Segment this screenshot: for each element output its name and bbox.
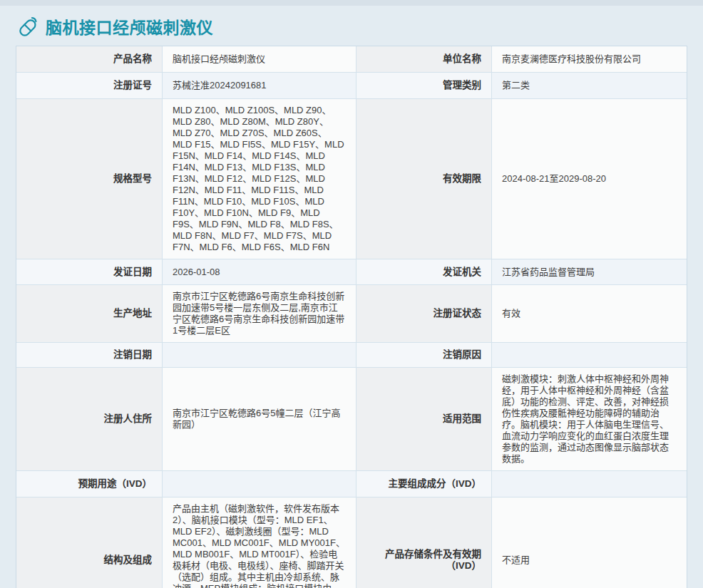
field-value-storage-conditions-ivd: 不适用 (492, 497, 687, 588)
field-value-product-name: 脑机接口经颅磁刺激仪 (163, 46, 356, 72)
field-value-cancellation-reason (492, 343, 687, 367)
pill-icon (17, 16, 39, 38)
table-row: 结构及组成 产品由主机（磁刺激软件，软件发布版本2）、脑机接口模块（型号：MLD… (16, 497, 687, 588)
field-value-production-address: 南京市江宁区乾德路6号南京生命科技创新园加速带5号楼一层东侧及二层,南京市江宁区… (163, 285, 356, 342)
field-value-certificate-status: 有效 (492, 285, 687, 342)
field-value-management-category: 第二类 (492, 73, 687, 98)
field-label-production-address: 生产地址 (16, 285, 163, 342)
table-row: 规格型号 MLD Z100、MLD Z100S、MLD Z90、MLD Z80、… (16, 99, 687, 259)
field-label-issuing-authority: 发证机关 (356, 259, 492, 284)
field-label-scope-of-application: 适用范围 (356, 368, 492, 470)
registration-info-table: 产品名称 脑机接口经颅磁刺激仪 单位名称 南京麦澜德医疗科技股份有限公司 注册证… (16, 46, 687, 588)
field-value-company-name: 南京麦澜德医疗科技股份有限公司 (492, 46, 687, 72)
field-label-cancellation-reason: 注销原因 (356, 343, 492, 367)
field-label-cancellation-date: 注销日期 (16, 343, 163, 367)
field-label-management-category: 管理类别 (356, 73, 492, 98)
field-label-validity-period: 有效期限 (356, 99, 492, 259)
field-value-registrant-address: 南京市江宁区乾德路6号5幢二层（江宁高新园） (163, 368, 356, 470)
field-label-storage-conditions-ivd: 产品存储条件及有效期（IVD） (356, 497, 492, 588)
field-label-structure-composition: 结构及组成 (16, 497, 163, 588)
field-value-scope-of-application: 磁刺激模块：刺激人体中枢神经和外周神经，用于人体中枢神经和外周神经（含盆底）功能… (492, 368, 687, 470)
field-value-issuing-authority: 江苏省药品监督管理局 (492, 259, 687, 284)
page-top-strip (0, 0, 703, 6)
field-label-main-components-ivd: 主要组成成分（IVD） (356, 471, 492, 497)
table-row: 预期用途（IVD） 主要组成成分（IVD） (16, 471, 687, 497)
table-row: 生产地址 南京市江宁区乾德路6号南京生命科技创新园加速带5号楼一层东侧及二层,南… (16, 285, 687, 343)
table-row: 注销日期 注销原因 (16, 343, 687, 368)
field-label-product-name: 产品名称 (16, 46, 163, 72)
field-label-registration-number: 注册证号 (16, 73, 163, 98)
field-label-issue-date: 发证日期 (16, 259, 163, 284)
table-row: 发证日期 2026-01-08 发证机关 江苏省药品监督管理局 (16, 259, 687, 285)
table-row: 注册证号 苏械注准20242091681 管理类别 第二类 (16, 73, 687, 99)
field-value-issue-date: 2026-01-08 (163, 259, 356, 284)
field-label-intended-use-ivd: 预期用途（IVD） (16, 471, 163, 497)
table-row: 注册人住所 南京市江宁区乾德路6号5幢二层（江宁高新园） 适用范围 磁刺激模块：… (16, 368, 687, 471)
field-label-company-name: 单位名称 (356, 46, 492, 72)
field-value-validity-period: 2024-08-21至2029-08-20 (492, 99, 687, 259)
field-value-registration-number: 苏械注准20242091681 (163, 73, 356, 98)
field-value-cancellation-date (163, 343, 356, 367)
field-label-certificate-status: 注册证状态 (356, 285, 492, 342)
field-value-main-components-ivd (492, 471, 687, 497)
field-value-model-spec: MLD Z100、MLD Z100S、MLD Z90、MLD Z80、MLD Z… (163, 99, 356, 259)
page-title: 脑机接口经颅磁刺激仪 (46, 14, 213, 38)
field-label-model-spec: 规格型号 (16, 99, 163, 259)
page-header: 脑机接口经颅磁刺激仪 (0, 6, 703, 46)
field-value-intended-use-ivd (163, 471, 356, 497)
table-row: 产品名称 脑机接口经颅磁刺激仪 单位名称 南京麦澜德医疗科技股份有限公司 (16, 46, 687, 73)
field-label-registrant-address: 注册人住所 (16, 368, 163, 470)
field-value-structure-composition: 产品由主机（磁刺激软件，软件发布版本2）、脑机接口模块（型号：MLD EF1、M… (163, 497, 356, 588)
